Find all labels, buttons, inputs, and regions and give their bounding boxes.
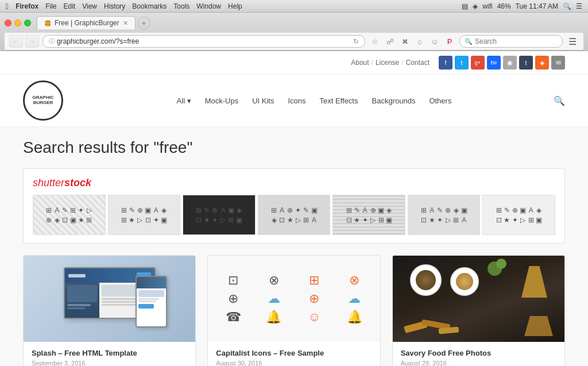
os-menubar:  Firefox File Edit View History Bookmar… xyxy=(0,0,588,13)
menu-edit[interactable]: Edit xyxy=(63,2,75,10)
notification-icon[interactable]: ☰ xyxy=(576,2,582,10)
nav-uikits[interactable]: UI Kits xyxy=(252,97,274,105)
card-splash-body: Splash – Free HTML Template September 3,… xyxy=(24,342,195,366)
battery-indicator: 46% xyxy=(497,2,511,10)
card-splash-title: Splash – Free HTML Template xyxy=(32,349,187,357)
card-splash[interactable]: Splash – Free HTML Template September 3,… xyxy=(23,255,196,366)
menu-view[interactable]: View xyxy=(82,2,97,10)
card-food-body: Savory Food Free Photos August 29, 2016 … xyxy=(393,342,564,366)
search-icon: 🔍 xyxy=(465,38,473,45)
url-field[interactable]: ⓘ graphicburger.com/?s=free ↻ xyxy=(42,35,365,48)
contact-link[interactable]: Contact xyxy=(406,59,430,67)
app-name[interactable]: Firefox xyxy=(16,2,38,10)
browser-tab[interactable]: 🍔 Free | GraphicBurger ✕ xyxy=(37,16,136,29)
reader-view[interactable]: ☍ xyxy=(384,35,396,48)
license-link[interactable]: License xyxy=(376,59,399,67)
googleplus-icon[interactable]: g+ xyxy=(471,56,485,70)
tab-bar: 🍔 Free | GraphicBurger ✕ + xyxy=(37,16,150,29)
menu-bookmarks[interactable]: Bookmarks xyxy=(132,2,167,10)
search-input[interactable] xyxy=(475,37,555,45)
browser-toolbar: 🍔 Free | GraphicBurger ✕ + xyxy=(5,16,583,33)
search-results-prefix: Search results for xyxy=(23,138,153,156)
reload-button[interactable]: ↻ xyxy=(353,37,359,45)
card-icons[interactable]: ⊡ ⊗ ⊞ ⊗ ⊕ ☁ ⊕ ☁ ☎ 🔔 ☺ 🔔 Cap xyxy=(207,255,380,366)
icon-grid-item: ☁ xyxy=(256,291,292,306)
ss-image-6: ⊞A✎⊕ ◈▣⊡★ ✦▷⊞A xyxy=(408,195,481,235)
rss-icon[interactable]: ◈ xyxy=(535,56,549,70)
menu-tools[interactable]: Tools xyxy=(173,2,189,10)
facebook-icon[interactable]: f xyxy=(439,56,452,70)
site-top-bar: About / License / Contact f t g+ Be ◉ t … xyxy=(0,51,588,75)
icon-grid-item: ⊡ xyxy=(215,273,252,288)
globe-icon[interactable]: ◉ xyxy=(503,56,517,70)
new-tab-button[interactable]: + xyxy=(138,17,150,29)
icon-grid-item: ☺ xyxy=(296,310,332,325)
icon-grid-item: ⊞ xyxy=(296,273,332,288)
icon-grid-item: ☁ xyxy=(336,291,373,306)
nav-mockups[interactable]: Mock-Ups xyxy=(205,97,239,105)
site-main: Search results for "free" shutterstock ⊞… xyxy=(0,127,588,366)
icon-grid-item: ☎ xyxy=(215,310,252,325)
home-icon[interactable]: ⌂ xyxy=(413,35,426,48)
menu-help[interactable]: Help xyxy=(228,2,242,10)
ss-image-4: ⊞A⊕✦ ✎▣◈⊡ ★▷⊞A xyxy=(258,195,331,235)
card-icons-image: ⊡ ⊗ ⊞ ⊗ ⊕ ☁ ⊕ ☁ ☎ 🔔 ☺ 🔔 xyxy=(208,256,380,342)
pocket-icon[interactable]: ✖ xyxy=(399,35,411,48)
social-icons: f t g+ Be ◉ t ◈ ✉ xyxy=(439,56,565,70)
top-links: About / License / Contact f t g+ Be ◉ t … xyxy=(351,56,565,70)
behance-icon[interactable]: Be xyxy=(487,56,501,70)
card-splash-date: September 3, 2016 xyxy=(32,360,187,366)
shutterstock-banner[interactable]: shutterstock ⊞A✎⊞ ✦▷⊕◈ ⊡▣★⊞ ⊞✎⊕▣ A◈⊞★ ▷⊡… xyxy=(23,168,565,244)
card-food-title: Savory Food Free Photos xyxy=(401,349,556,357)
icon-grid-item: ⊕ xyxy=(215,291,252,306)
card-icons-date: August 30, 2016 xyxy=(216,360,372,366)
about-link[interactable]: About xyxy=(351,59,369,67)
browser-chrome: 🍔 Free | GraphicBurger ✕ + ← → ⓘ graphic… xyxy=(0,13,588,51)
card-icons-title: Capitalist Icons – Free Sample xyxy=(216,349,372,357)
toolbar-actions: ☆ ☍ ✖ ⌂ ☺ P xyxy=(369,35,456,48)
share-icon[interactable]: ☺ xyxy=(428,35,441,48)
icon-grid-item: ⊗ xyxy=(336,273,373,288)
menu-file[interactable]: File xyxy=(45,2,56,10)
spotlight-icon[interactable]: 🔍 xyxy=(563,2,571,10)
tumblr-icon[interactable]: t xyxy=(519,56,533,70)
logo-text-line2: BURGER xyxy=(33,101,53,106)
hamburger-menu[interactable]: ☰ xyxy=(566,35,579,48)
status-icon-dropbox: ◈ xyxy=(473,2,478,10)
tab-close-button[interactable]: ✕ xyxy=(123,20,128,27)
nav-texteffects[interactable]: Text Effects xyxy=(320,97,358,105)
menu-window[interactable]: Window xyxy=(196,2,221,10)
back-button[interactable]: ← xyxy=(9,35,23,48)
nav-others[interactable]: Others xyxy=(429,97,451,105)
nav-backgrounds[interactable]: Backgrounds xyxy=(372,97,416,105)
twitter-icon[interactable]: t xyxy=(455,56,469,70)
bookmark-star[interactable]: ☆ xyxy=(369,35,381,48)
minimize-button[interactable] xyxy=(14,20,21,26)
maximize-button[interactable] xyxy=(24,20,31,26)
tab-title: Free | GraphicBurger xyxy=(55,19,119,27)
nav-search-icon[interactable]: 🔍 xyxy=(554,95,565,106)
search-results-heading: Search results for "free" xyxy=(23,138,565,157)
ss-image-2: ⊞✎⊕▣ A◈⊞★ ▷⊡✦▣ xyxy=(108,195,181,235)
nav-all[interactable]: All ▾ xyxy=(177,97,191,105)
sep2: / xyxy=(401,59,403,67)
close-button[interactable] xyxy=(5,20,11,26)
card-icons-body: Capitalist Icons – Free Sample August 30… xyxy=(208,342,380,366)
card-food[interactable]: Savory Food Free Photos August 29, 2016 … xyxy=(392,255,565,366)
datetime: Tue 11:47 AM xyxy=(516,2,558,10)
ss-image-7: ⊞✎⊕▣ A◈⊡★ ✦▷⊞▣ xyxy=(482,195,555,235)
os-status-bar: ▤ ◈ wifi 46% Tue 11:47 AM 🔍 ☰ xyxy=(294,2,582,10)
status-icon-wifi: wifi xyxy=(482,2,492,10)
nav-icons[interactable]: Icons xyxy=(288,97,305,105)
pinterest-icon[interactable]: P xyxy=(443,35,456,48)
card-food-date: August 29, 2016 xyxy=(401,360,556,366)
site-logo[interactable]: GRAPHIC BURGER xyxy=(23,80,63,121)
browser-search-bar[interactable]: 🔍 xyxy=(459,35,563,48)
forward-button[interactable]: → xyxy=(25,35,39,48)
menu-history[interactable]: History xyxy=(104,2,125,10)
ss-image-5: ⊞✎A⊕ ▣◈⊡★ ✦▷⊞▣ xyxy=(332,195,405,235)
email-icon[interactable]: ✉ xyxy=(551,56,565,70)
icon-grid-item: ⊕ xyxy=(296,291,332,306)
apple-icon[interactable]:  xyxy=(6,2,9,11)
icon-grid-item: 🔔 xyxy=(336,310,373,325)
